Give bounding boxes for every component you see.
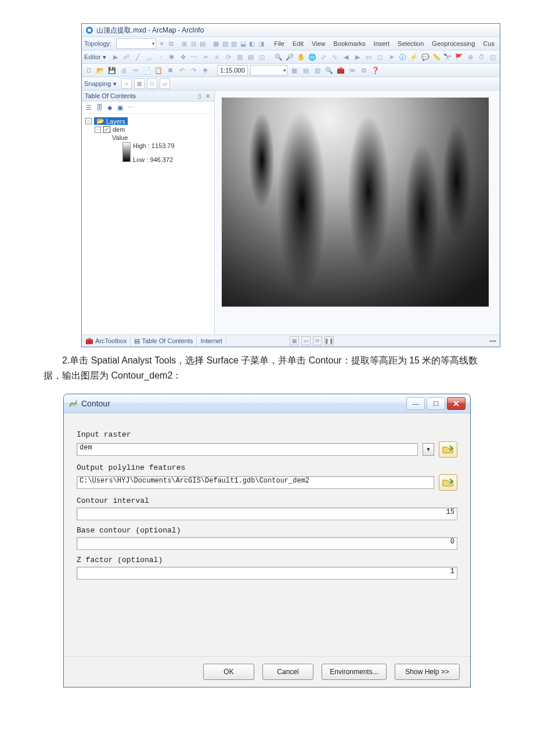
cancel-button[interactable]: Cancel xyxy=(262,664,313,680)
select-elements-icon[interactable]: ➤ xyxy=(387,52,396,62)
search-window-icon[interactable]: 🔍 xyxy=(324,66,334,75)
go-forward-icon[interactable]: ▶ xyxy=(353,52,362,62)
minimize-button[interactable]: — xyxy=(406,397,425,410)
pan-icon[interactable]: ✋ xyxy=(297,52,305,62)
map-scale-input[interactable]: 1:15,000 xyxy=(217,65,248,75)
sketch-properties-icon[interactable]: ▤ xyxy=(246,52,255,62)
time-slider-icon[interactable]: ⏱ xyxy=(477,52,486,62)
snap-point-icon[interactable]: ○ xyxy=(121,78,132,89)
z-factor-field[interactable]: 1 xyxy=(77,567,457,579)
point-icon[interactable]: ✱ xyxy=(167,52,176,62)
list-by-visibility-icon[interactable]: ◆ xyxy=(105,103,114,112)
error-inspector-icon[interactable]: ▤ xyxy=(199,39,206,48)
paste-icon[interactable]: 📋 xyxy=(154,66,163,75)
menu-edit[interactable]: Edit xyxy=(290,40,306,47)
toolbar-icon-04[interactable]: ⬓ xyxy=(240,39,247,48)
toc-header-controls[interactable]: ▯ ✕ xyxy=(198,93,211,99)
output-features-field[interactable]: C:\Users\HYJ\Documents\ArcGIS\Default1.g… xyxy=(77,476,434,489)
identify-icon[interactable]: ⓘ xyxy=(398,52,407,62)
topology-tools-icon[interactable]: ⧉ xyxy=(168,39,175,48)
measure-icon[interactable]: 📏 xyxy=(432,52,441,62)
create-features-icon[interactable]: ◫ xyxy=(258,52,266,62)
menu-geoprocessing[interactable]: Geoprocessing xyxy=(429,40,478,47)
input-raster-browse-button[interactable] xyxy=(439,441,457,458)
save-icon[interactable]: 💾 xyxy=(107,66,117,75)
python-window-icon[interactable]: ≫ xyxy=(348,66,357,75)
editor-toolbar-icon[interactable]: ▦ xyxy=(290,66,299,75)
edit-tool-icon[interactable]: ▶ xyxy=(111,52,120,62)
tab-internet[interactable]: Internet xyxy=(197,335,226,347)
maximize-button[interactable]: ☐ xyxy=(427,397,445,410)
full-extent-icon[interactable]: 🌐 xyxy=(308,52,316,62)
delete-icon[interactable]: ✖ xyxy=(165,66,175,75)
undo-icon[interactable]: ↶ xyxy=(177,66,186,75)
toolbar-icon-06[interactable]: ◨ xyxy=(258,39,265,48)
help-icon[interactable]: ❓ xyxy=(371,66,380,75)
reshape-icon[interactable]: 〰 xyxy=(190,52,199,62)
create-viewer-icon[interactable]: ◫ xyxy=(489,52,497,62)
rotate-icon[interactable]: ⟳ xyxy=(223,52,232,62)
find-icon[interactable]: 🔭 xyxy=(443,52,452,62)
close-button[interactable]: ✕ xyxy=(447,397,466,410)
catalog-window-icon[interactable]: ▥ xyxy=(313,66,322,75)
data-view-icon[interactable]: ▦ xyxy=(290,336,299,345)
input-raster-dropdown[interactable]: ▼ xyxy=(423,443,434,456)
validate-topology-icon[interactable]: ⊞ xyxy=(181,39,188,48)
dem-layer-node[interactable]: − ✓ dem xyxy=(95,126,211,133)
scale-dropdown[interactable] xyxy=(250,65,287,75)
menu-selection[interactable]: Selection xyxy=(395,40,427,47)
zoom-in-icon[interactable]: 🔍 xyxy=(274,52,283,62)
edit-vertices-icon[interactable]: ✥ xyxy=(179,52,187,62)
expander-icon[interactable]: − xyxy=(85,118,92,124)
attributes-icon[interactable]: ▥ xyxy=(235,52,244,62)
trace-icon[interactable]: ⟋ xyxy=(156,52,165,62)
menu-insert[interactable]: Insert xyxy=(371,40,393,47)
model-builder-icon[interactable]: ⧉ xyxy=(359,66,369,75)
list-by-drawing-order-icon[interactable]: ☰ xyxy=(84,103,93,112)
tab-arctoolbox[interactable]: 🧰 ArcToolbox xyxy=(82,335,131,347)
list-by-selection-icon[interactable]: ▣ xyxy=(116,103,125,112)
new-icon[interactable]: 🗋 xyxy=(84,66,93,75)
fixed-zoom-out-icon[interactable]: ⤡ xyxy=(330,52,339,62)
redo-icon[interactable]: ↷ xyxy=(189,66,198,75)
toolbar-icon-03[interactable]: ▨ xyxy=(230,39,237,48)
snap-edge-icon[interactable]: ▱ xyxy=(160,78,170,89)
pause-icon[interactable]: ❚❚ xyxy=(324,336,334,345)
toolbar-icon-05[interactable]: ◧ xyxy=(248,39,255,48)
cut-icon[interactable]: ✂ xyxy=(131,66,140,75)
fix-topology-icon[interactable]: ⊟ xyxy=(190,39,197,48)
print-icon[interactable]: 🖨 xyxy=(119,66,128,75)
straight-segment-icon[interactable]: ╱ xyxy=(134,52,142,62)
snap-vertex-icon[interactable]: □ xyxy=(147,78,157,89)
cut-polygons-icon[interactable]: ✂ xyxy=(201,52,210,62)
list-by-source-icon[interactable]: 🗄 xyxy=(95,103,104,112)
menu-view[interactable]: View xyxy=(309,40,329,47)
refresh-icon[interactable]: ⟳ xyxy=(313,336,322,345)
menu-file[interactable]: File xyxy=(271,40,287,47)
output-features-browse-button[interactable] xyxy=(439,474,457,491)
editor-label[interactable]: Editor ▾ xyxy=(84,53,106,61)
toolbar-icon-02[interactable]: ▧ xyxy=(222,39,229,48)
add-data-icon[interactable]: ✚ xyxy=(200,66,210,75)
fixed-zoom-in-icon[interactable]: ⤢ xyxy=(319,52,328,62)
hyperlink-icon[interactable]: ⚡ xyxy=(409,52,418,62)
tab-toc[interactable]: ▤ Table Of Contents xyxy=(131,335,197,347)
html-popup-icon[interactable]: 💬 xyxy=(421,52,430,62)
copy-icon[interactable]: 📄 xyxy=(142,66,151,75)
arctoolbox-window-icon[interactable]: 🧰 xyxy=(336,66,345,75)
environments-button[interactable]: Environments... xyxy=(322,664,387,680)
ok-button[interactable]: OK xyxy=(203,664,254,680)
arc-segment-icon[interactable]: ◡ xyxy=(145,52,153,62)
map-view[interactable] xyxy=(215,91,500,334)
select-features-icon[interactable]: ▭ xyxy=(365,52,373,62)
clear-selection-icon[interactable]: ◻ xyxy=(376,52,384,62)
open-icon[interactable]: 📂 xyxy=(96,66,105,75)
dem-checkbox[interactable]: ✓ xyxy=(103,126,110,133)
input-raster-field[interactable]: dem xyxy=(77,443,418,456)
tree-root[interactable]: − Layers xyxy=(85,117,211,125)
layers-node[interactable]: Layers xyxy=(94,117,128,125)
toolbar-icon-01[interactable]: ▦ xyxy=(212,39,219,48)
menu-bookmarks[interactable]: Bookmarks xyxy=(331,40,369,47)
show-help-button[interactable]: Show Help >> xyxy=(395,664,460,680)
snapping-label[interactable]: Snapping ▾ xyxy=(84,80,117,88)
